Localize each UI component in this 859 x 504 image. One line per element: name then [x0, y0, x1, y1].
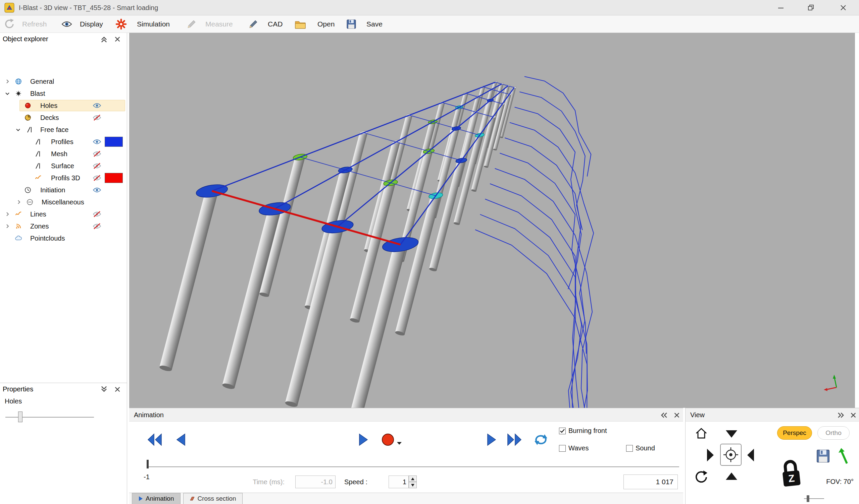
3d-scene[interactable] [129, 33, 855, 408]
tree-item-blast[interactable]: Blast [0, 88, 127, 99]
tree-item-surface[interactable]: Surface [0, 160, 127, 172]
record-button[interactable] [378, 432, 397, 447]
cad-button[interactable]: CAD [268, 15, 283, 33]
chevron-down-icon[interactable] [5, 91, 10, 96]
rotate-view-button[interactable] [693, 469, 709, 485]
close-panel-icon[interactable] [673, 411, 681, 419]
tree-item-pointclouds[interactable]: Pointclouds [0, 232, 127, 244]
animation-header: Animation [129, 408, 683, 422]
maximize-button[interactable] [800, 0, 822, 15]
app-icon [4, 3, 14, 14]
folder-icon[interactable] [295, 20, 306, 31]
sound-checkbox[interactable]: Sound [626, 444, 655, 452]
gear-icon[interactable] [116, 18, 127, 31]
timeline-slider-handle[interactable] [147, 460, 149, 469]
tab-cross-section[interactable]: Cross section [183, 493, 243, 504]
close-panel-icon[interactable] [114, 35, 121, 43]
display-button[interactable]: Display [80, 15, 103, 33]
simulation-button[interactable]: Simulation [137, 15, 170, 33]
tree-item-zones[interactable]: Zones [0, 220, 127, 232]
tree-item-profils-3d[interactable]: Profils 3D [0, 172, 127, 184]
chevron-down-icon[interactable] [15, 127, 21, 132]
collapse-left-icon[interactable] [660, 411, 668, 419]
window-title: I-Blast - 3D view - TBT_455-28 - Smart l… [19, 0, 158, 15]
color-swatch[interactable] [105, 173, 123, 183]
perspective-button[interactable]: Perspec [777, 426, 812, 440]
visibility-eye-off-icon[interactable] [93, 162, 101, 169]
tree-item-label: Free face [40, 124, 69, 136]
visibility-eye-icon[interactable] [93, 138, 101, 145]
loop-button[interactable] [531, 432, 550, 447]
color-swatch[interactable] [105, 137, 123, 147]
properties-slider-handle[interactable] [18, 411, 22, 422]
chevron-right-icon[interactable] [16, 200, 21, 205]
close-panel-icon[interactable] [849, 411, 857, 419]
center-view-button[interactable] [720, 444, 741, 466]
tree-item-label: Blast [30, 88, 45, 99]
hole-counter: 1 017 [623, 474, 678, 489]
timeline-slider-track[interactable] [149, 467, 679, 467]
play-button[interactable] [355, 432, 373, 447]
tree-item-free-face[interactable]: Free face [0, 124, 127, 136]
chevron-right-icon[interactable] [5, 211, 10, 217]
tab-label: Cross section [198, 495, 236, 502]
tree-item-lines[interactable]: Lines [0, 208, 127, 220]
green-arrow-icon[interactable] [837, 447, 850, 465]
visibility-eye-off-icon[interactable] [93, 114, 101, 121]
lock-z-icon[interactable]: Z [779, 456, 803, 489]
play-to-end-button[interactable] [483, 432, 501, 447]
open-button[interactable]: Open [317, 15, 334, 33]
3d-viewport[interactable] [129, 33, 855, 408]
floppy-icon[interactable] [346, 19, 356, 31]
tree-item-initiation[interactable]: Initiation [0, 184, 127, 196]
burning-front-checkbox[interactable]: Burning front [559, 427, 607, 435]
tree-item-general[interactable]: General [0, 75, 127, 88]
cad-pencil-icon[interactable] [248, 19, 258, 31]
stepper-down-icon[interactable] [409, 482, 417, 488]
rewind-button[interactable] [146, 432, 164, 447]
visibility-eye-icon[interactable] [93, 187, 101, 193]
hole-icon [24, 102, 32, 109]
visibility-eye-off-icon[interactable] [93, 211, 101, 218]
pan-right-button[interactable] [705, 447, 715, 463]
collapse-right-icon[interactable] [837, 411, 845, 419]
visibility-eye-off-icon[interactable] [93, 223, 101, 230]
visibility-eye-off-icon[interactable] [93, 151, 101, 157]
expand-panel-icon[interactable] [100, 385, 108, 393]
pan-up-button[interactable] [724, 471, 739, 481]
visibility-eye-icon[interactable] [93, 102, 101, 109]
record-dropdown-icon[interactable] [397, 440, 402, 446]
close-panel-icon[interactable] [114, 385, 121, 393]
waves-checkbox[interactable]: Waves [559, 444, 589, 452]
step-back-button[interactable] [171, 432, 190, 447]
fast-forward-button[interactable] [504, 432, 524, 447]
tree-item-mesh[interactable]: Mesh [0, 148, 127, 160]
tree-item-decks[interactable]: Decks [0, 112, 127, 124]
time-input[interactable] [295, 475, 335, 488]
refresh-icon[interactable] [4, 18, 15, 31]
visibility-eye-off-icon[interactable] [93, 175, 101, 181]
speed-input[interactable] [389, 475, 409, 488]
pan-left-button[interactable] [745, 447, 756, 463]
speed-stepper[interactable] [409, 475, 417, 488]
close-button[interactable] [832, 0, 854, 15]
save-view-icon[interactable] [815, 448, 831, 464]
fov-slider-handle[interactable] [807, 495, 809, 502]
save-button[interactable]: Save [366, 15, 382, 33]
tree-item-profiles[interactable]: Profiles [0, 136, 127, 148]
tree-item-miscellaneous[interactable]: Miscellaneous [0, 196, 127, 208]
pan-down-button[interactable] [724, 429, 739, 439]
drill-holes [159, 81, 516, 408]
chevron-right-icon[interactable] [5, 223, 10, 229]
home-view-button[interactable] [694, 426, 709, 440]
tree-item-holes[interactable]: Holes [0, 99, 127, 112]
minimize-button[interactable] [770, 0, 792, 15]
globe-icon [15, 78, 22, 85]
zones-icon [15, 222, 22, 230]
stepper-up-icon[interactable] [409, 475, 417, 482]
eye-icon[interactable] [61, 20, 73, 30]
chevron-right-icon[interactable] [5, 79, 10, 84]
tab-animation[interactable]: Animation [132, 493, 181, 504]
ortho-button[interactable]: Ortho [817, 426, 849, 440]
collapse-panel-icon[interactable] [100, 35, 108, 43]
